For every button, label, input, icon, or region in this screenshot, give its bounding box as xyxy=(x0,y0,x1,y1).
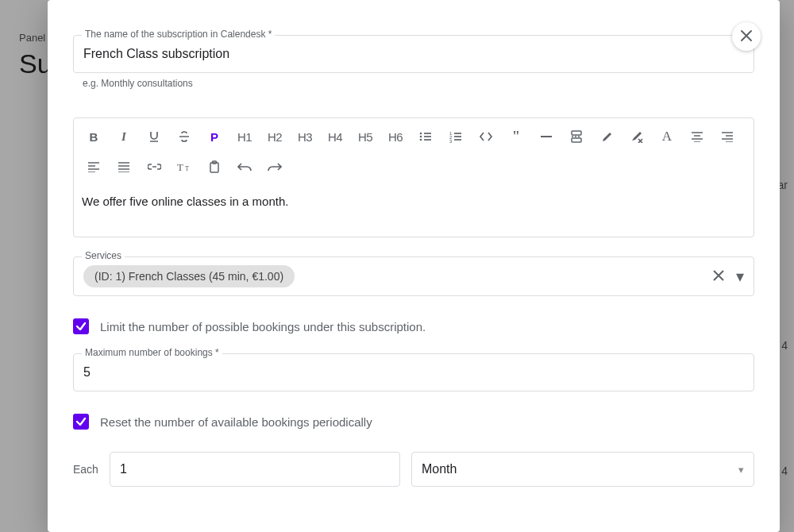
svg-rect-15 xyxy=(572,131,581,135)
svg-rect-38 xyxy=(210,163,218,172)
paste-button[interactable] xyxy=(206,158,223,175)
limit-bookings-label: Limit the number of possible bookings un… xyxy=(100,320,426,333)
horizontal-rule-button[interactable] xyxy=(538,128,555,145)
svg-rect-16 xyxy=(572,138,581,142)
code-button[interactable] xyxy=(477,128,495,145)
clear-format-button[interactable] xyxy=(628,128,646,145)
reset-bookings-checkbox[interactable] xyxy=(73,414,89,430)
strikethrough-button[interactable] xyxy=(175,128,193,145)
h1-button[interactable]: H1 xyxy=(236,128,253,145)
max-bookings-label: Maximum number of bookings * xyxy=(82,347,222,358)
svg-text:T: T xyxy=(177,161,183,172)
page-break-icon xyxy=(570,130,583,143)
quote-button[interactable]: " xyxy=(507,128,525,145)
underline-button[interactable] xyxy=(145,128,163,145)
chevron-down-icon: ▾ xyxy=(738,464,744,476)
services-field: Services (ID: 1) French Classes (45 min,… xyxy=(73,256,754,296)
reset-bookings-row: Reset the number of available bookings p… xyxy=(73,414,754,430)
svg-point-4 xyxy=(420,139,422,141)
description-editor-content[interactable]: We offer five online classes in a month. xyxy=(74,183,754,237)
bold-button[interactable]: B xyxy=(85,128,102,145)
each-unit-select[interactable]: Month ▾ xyxy=(411,452,754,487)
quote-icon: " xyxy=(512,129,520,145)
h6-button[interactable]: H6 xyxy=(387,128,404,145)
chevron-down-icon: ▾ xyxy=(736,268,744,285)
align-justify-button[interactable] xyxy=(115,158,133,175)
align-right-button[interactable] xyxy=(719,128,736,145)
ordered-list-button[interactable]: 123 xyxy=(447,128,464,145)
h3-button[interactable]: H3 xyxy=(296,128,314,145)
redo-icon xyxy=(268,162,282,172)
h2-button[interactable]: H2 xyxy=(266,128,283,145)
horizontal-rule-icon xyxy=(540,135,553,138)
svg-text:T: T xyxy=(185,165,189,172)
each-row: Each Month ▾ xyxy=(73,452,754,487)
italic-icon: I xyxy=(121,130,126,144)
check-icon xyxy=(75,321,87,332)
undo-icon xyxy=(237,162,252,172)
check-icon xyxy=(75,416,87,427)
h5-button[interactable]: H5 xyxy=(357,128,374,145)
h4-button[interactable]: H4 xyxy=(326,128,344,145)
description-editor: B I P H1 H2 H3 H4 H5 H6 123 " A xyxy=(73,118,754,237)
link-button[interactable] xyxy=(145,158,163,175)
reset-bookings-label: Reset the number of available bookings p… xyxy=(100,415,372,429)
align-justify-icon xyxy=(118,161,130,172)
font-button[interactable]: A xyxy=(658,128,676,145)
each-value-field xyxy=(110,452,400,487)
align-center-button[interactable] xyxy=(688,128,706,145)
clear-services-button[interactable] xyxy=(712,268,725,284)
paragraph-button[interactable]: P xyxy=(206,128,223,145)
text-size-icon: TT xyxy=(177,161,191,172)
code-icon xyxy=(479,131,493,142)
bold-icon: B xyxy=(90,130,98,144)
pencil-icon xyxy=(601,131,613,143)
underline-icon xyxy=(148,130,160,143)
subscription-name-input[interactable] xyxy=(83,47,744,61)
strikethrough-icon xyxy=(178,130,191,143)
align-center-icon xyxy=(691,131,703,142)
limit-bookings-row: Limit the number of possible bookings un… xyxy=(73,318,754,334)
close-icon xyxy=(712,268,725,285)
each-label: Each xyxy=(73,463,98,476)
undo-button[interactable] xyxy=(236,158,253,175)
italic-button[interactable]: I xyxy=(115,128,133,145)
editor-toolbar: B I P H1 H2 H3 H4 H5 H6 123 " A xyxy=(74,118,754,183)
each-value-input[interactable] xyxy=(120,462,390,476)
bullet-list-icon xyxy=(418,130,433,143)
text-size-button[interactable]: TT xyxy=(175,158,193,175)
subscription-name-helper: e.g. Monthly consultations xyxy=(83,78,754,89)
align-left-button[interactable] xyxy=(85,158,102,175)
redo-button[interactable] xyxy=(266,158,283,175)
services-label: Services xyxy=(82,250,125,261)
services-dropdown-button[interactable]: ▾ xyxy=(736,268,744,284)
max-bookings-input[interactable] xyxy=(83,365,744,380)
align-right-icon xyxy=(721,131,734,142)
ordered-list-icon: 123 xyxy=(449,130,463,143)
align-left-icon xyxy=(87,161,100,172)
link-icon xyxy=(148,163,161,171)
subscription-name-field: The name of the subscription in Calendes… xyxy=(73,35,754,89)
svg-text:3: 3 xyxy=(449,139,453,143)
svg-point-3 xyxy=(420,136,422,138)
subscription-name-label: The name of the subscription in Calendes… xyxy=(82,29,275,40)
svg-point-2 xyxy=(420,133,422,135)
close-icon xyxy=(740,28,753,46)
clipboard-icon xyxy=(209,160,220,173)
max-bookings-field: Maximum number of bookings * xyxy=(73,353,754,391)
subscription-dialog: The name of the subscription in Calendes… xyxy=(48,0,780,532)
limit-bookings-checkbox[interactable] xyxy=(73,318,89,334)
each-unit-value: Month xyxy=(422,462,457,476)
bullet-list-button[interactable] xyxy=(417,128,434,145)
close-button[interactable] xyxy=(732,22,761,51)
page-break-button[interactable] xyxy=(568,128,585,145)
edit-button[interactable] xyxy=(598,128,615,145)
clear-format-icon xyxy=(630,131,643,143)
service-chip[interactable]: (ID: 1) French Classes (45 min, €1.00) xyxy=(83,265,295,287)
